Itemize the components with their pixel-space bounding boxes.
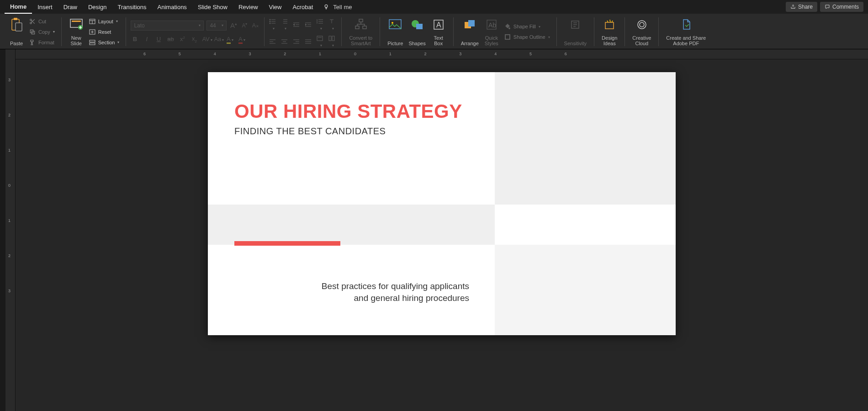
tab-animations[interactable]: Animations bbox=[152, 0, 192, 14]
quick-styles-button[interactable]: Ab Quick Styles bbox=[482, 16, 502, 47]
adobe-pdf-button[interactable]: Create and Share Adobe PDF bbox=[663, 16, 709, 47]
tab-insert[interactable]: Insert bbox=[32, 0, 58, 14]
svg-point-17 bbox=[270, 19, 270, 20]
clear-format-icon[interactable]: A✕ bbox=[251, 22, 259, 29]
decrease-indent-button[interactable] bbox=[293, 22, 301, 27]
format-painter-icon bbox=[28, 38, 37, 47]
italic-button[interactable]: I bbox=[143, 36, 151, 42]
picture-icon bbox=[388, 17, 402, 32]
tab-review[interactable]: Review bbox=[233, 0, 264, 14]
svg-point-21 bbox=[270, 23, 270, 24]
adobe-pdf-label: Create and Share Adobe PDF bbox=[666, 35, 706, 46]
cut-button[interactable]: Cut bbox=[28, 17, 55, 26]
tab-draw[interactable]: Draw bbox=[58, 0, 83, 14]
tell-me-label: Tell me bbox=[333, 4, 352, 11]
thumbnail-gutter[interactable] bbox=[0, 49, 5, 411]
svg-rect-51 bbox=[359, 19, 363, 22]
comments-button[interactable]: Comments bbox=[820, 2, 863, 12]
new-slide-label: New Slide bbox=[70, 35, 81, 46]
textbox-button[interactable]: A Text Box bbox=[429, 16, 449, 47]
ribbon: Paste Cut Copy▾ Format New Slide bbox=[0, 14, 868, 49]
convert-smartart-button[interactable]: Convert to SmartArt bbox=[346, 16, 375, 47]
tab-design[interactable]: Design bbox=[83, 0, 112, 14]
increase-indent-button[interactable] bbox=[305, 22, 313, 27]
format-painter-button[interactable]: Format bbox=[28, 38, 55, 47]
tab-home[interactable]: Home bbox=[5, 0, 32, 14]
align-right-button[interactable] bbox=[293, 39, 301, 44]
layout-button[interactable]: Layout▾ bbox=[88, 17, 120, 26]
slide-subtitle[interactable]: FINDING THE BEST CANDIDATES bbox=[234, 126, 386, 137]
superscript-button[interactable]: x2 bbox=[178, 36, 186, 42]
slide-canvas[interactable]: OUR HIRING STRATEGY FINDING THE BEST CAN… bbox=[208, 72, 676, 335]
paste-button[interactable]: Paste bbox=[6, 16, 26, 47]
shape-outline-button[interactable]: Shape Outline▾ bbox=[503, 32, 550, 42]
arrange-button[interactable]: Arrange bbox=[458, 16, 482, 47]
slide-body-text[interactable]: Best practices for qualifying applicants… bbox=[308, 280, 469, 304]
slide-area[interactable]: OUR HIRING STRATEGY FINDING THE BEST CAN… bbox=[16, 59, 868, 411]
svg-rect-49 bbox=[329, 36, 331, 41]
justify-button[interactable] bbox=[305, 39, 313, 44]
horizontal-ruler: 6543210123456 bbox=[16, 49, 868, 59]
group-smartart: Convert to SmartArt bbox=[343, 15, 379, 49]
align-center-button[interactable] bbox=[281, 39, 289, 44]
textbox-icon: A bbox=[431, 17, 446, 32]
text-direction-button[interactable]: ▾ bbox=[328, 19, 337, 31]
paste-label: Paste bbox=[10, 41, 23, 46]
change-case-button[interactable]: Aa▾ bbox=[214, 36, 222, 42]
creative-cloud-label: Creative Cloud bbox=[632, 35, 651, 46]
svg-point-55 bbox=[392, 22, 393, 24]
highlight-button[interactable]: A▾ bbox=[226, 36, 234, 42]
decrease-font-icon[interactable]: A▾ bbox=[240, 22, 249, 29]
section-label: Section bbox=[98, 40, 115, 45]
design-ideas-button[interactable]: Design Ideas bbox=[599, 16, 620, 47]
slide-shape-band[interactable] bbox=[208, 205, 495, 245]
slide-accent-bar[interactable] bbox=[234, 241, 340, 246]
svg-point-0 bbox=[325, 5, 328, 7]
align-vertical-button[interactable]: ▾ bbox=[317, 36, 325, 48]
creative-cloud-button[interactable]: Creative Cloud bbox=[630, 16, 654, 47]
align-left-button[interactable] bbox=[269, 39, 277, 44]
font-color-button[interactable]: A▾ bbox=[238, 36, 246, 42]
shape-fill-icon bbox=[503, 22, 512, 31]
tab-slideshow[interactable]: Slide Show bbox=[192, 0, 233, 14]
sensitivity-button[interactable]: Sensitivity bbox=[561, 16, 590, 47]
shapes-button[interactable]: Shapes bbox=[406, 16, 428, 47]
group-paragraph: ▾ ▾ ▾ ▾ ▾ ▾ bbox=[265, 15, 340, 49]
tab-transitions[interactable]: Transitions bbox=[112, 0, 152, 14]
tab-acrobat[interactable]: Acrobat bbox=[287, 0, 319, 14]
numbering-button[interactable]: ▾ bbox=[281, 19, 289, 31]
new-slide-icon bbox=[69, 17, 84, 32]
share-button[interactable]: Share bbox=[786, 2, 817, 12]
svg-rect-47 bbox=[317, 36, 323, 41]
font-size-select[interactable]: 44▾ bbox=[206, 21, 227, 31]
svg-point-64 bbox=[508, 27, 510, 29]
increase-font-icon[interactable]: A▴ bbox=[229, 21, 238, 29]
slide-shape-bottom-right[interactable] bbox=[495, 245, 676, 335]
new-slide-button[interactable]: New Slide bbox=[66, 16, 86, 47]
group-drawing: Arrange Ab Quick Styles Shape Fill▾ Shap… bbox=[455, 15, 556, 49]
line-spacing-button[interactable]: ▾ bbox=[317, 19, 325, 31]
subscript-button[interactable]: x2 bbox=[190, 35, 198, 43]
reset-button[interactable]: Reset bbox=[88, 27, 120, 37]
strike-button[interactable]: ab bbox=[166, 36, 175, 42]
svg-rect-53 bbox=[363, 26, 366, 29]
copy-button[interactable]: Copy▾ bbox=[28, 27, 55, 37]
svg-rect-57 bbox=[416, 24, 423, 29]
font-name-select[interactable]: Lato▾ bbox=[131, 21, 204, 31]
section-button[interactable]: Section▾ bbox=[88, 38, 120, 47]
svg-rect-3 bbox=[16, 23, 22, 31]
svg-point-19 bbox=[270, 21, 270, 22]
underline-button[interactable]: U bbox=[154, 36, 163, 42]
reset-icon bbox=[88, 28, 96, 36]
shape-fill-button[interactable]: Shape Fill▾ bbox=[503, 22, 550, 31]
bullets-button[interactable]: ▾ bbox=[269, 19, 277, 31]
paste-icon bbox=[9, 17, 24, 32]
tab-view[interactable]: View bbox=[264, 0, 287, 14]
slide-title[interactable]: OUR HIRING STRATEGY bbox=[234, 100, 462, 122]
bold-button[interactable]: B bbox=[131, 36, 139, 42]
char-spacing-button[interactable]: AV▾ bbox=[202, 36, 210, 42]
tell-me-search[interactable]: Tell me bbox=[322, 3, 352, 11]
slide-shape-top-right[interactable] bbox=[495, 72, 676, 205]
picture-button[interactable]: Picture bbox=[385, 16, 406, 47]
columns-button[interactable]: ▾ bbox=[328, 36, 337, 48]
